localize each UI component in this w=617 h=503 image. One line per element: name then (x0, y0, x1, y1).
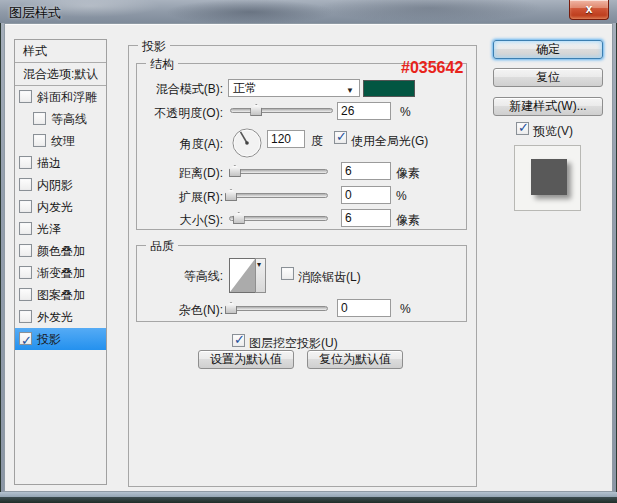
sidebar-item-label: 内发光 (37, 196, 73, 218)
opacity-label: 不透明度(O): (133, 105, 223, 122)
sidebar-item-checkbox[interactable] (19, 156, 32, 169)
sidebar-item-checkbox[interactable] (33, 112, 46, 125)
contour-label: 等高线: (133, 268, 223, 285)
sidebar-item-blending-options[interactable]: 混合选项:默认 (15, 63, 106, 86)
shadow-color-swatch[interactable] (363, 80, 415, 97)
window-border-bottom-dark (0, 497, 617, 503)
preview-checkbox[interactable] (516, 122, 529, 135)
sidebar-item-label: 内阴影 (37, 174, 73, 196)
reset-default-button[interactable]: 复位为默认值 (307, 350, 403, 369)
distance-label: 距离(D): (133, 165, 223, 182)
size-unit: 像素 (396, 212, 420, 229)
close-icon[interactable]: x (569, 0, 609, 20)
styles-sidebar: 样式 混合选项:默认 斜面和浮雕等高线纹理描边内阴影内发光光泽颜色叠加渐变叠加图… (14, 39, 107, 485)
noise-unit: % (400, 302, 411, 316)
anti-alias-label: 消除锯齿(L) (298, 269, 361, 286)
size-label: 大小(S): (133, 212, 223, 229)
noise-field[interactable]: 0 (337, 299, 391, 317)
opacity-field[interactable]: 26 (337, 102, 391, 120)
sidebar-item-2[interactable]: 纹理 (15, 130, 106, 152)
layer-style-dialog: 图层样式 x 样式 混合选项:默认 斜面和浮雕等高线纹理描边内阴影内发光光泽颜色… (0, 0, 617, 503)
sidebar-item-styles[interactable]: 样式 (15, 40, 106, 63)
sidebar-item-label: 渐变叠加 (37, 262, 85, 284)
sidebar-item-3[interactable]: 描边 (15, 152, 106, 174)
titlebar[interactable]: 图层样式 x (0, 0, 617, 23)
color-hex-annotation: #035642 (401, 59, 463, 77)
sidebar-item-label: 外发光 (37, 306, 73, 328)
sidebar-item-checkbox[interactable] (19, 178, 32, 191)
opacity-unit: % (400, 105, 411, 119)
sidebar-item-label: 图案叠加 (37, 284, 85, 306)
chevron-down-icon: ▼ (346, 84, 354, 98)
preview-shadow-square (531, 159, 567, 195)
spread-field[interactable]: 0 (341, 186, 391, 204)
sidebar-item-label: 投影 (37, 328, 61, 350)
sidebar-item-label: 颜色叠加 (37, 240, 85, 262)
sidebar-item-1[interactable]: 等高线 (15, 108, 106, 130)
contour-picker-arrow[interactable] (255, 258, 266, 293)
size-field[interactable]: 6 (341, 209, 391, 227)
sidebar-item-label: 等高线 (51, 108, 87, 130)
style-preview-thumbnail (514, 145, 581, 211)
distance-unit: 像素 (396, 165, 420, 182)
sidebar-item-0[interactable]: 斜面和浮雕 (15, 86, 106, 108)
size-slider[interactable] (229, 216, 328, 221)
sidebar-item-5[interactable]: 内发光 (15, 196, 106, 218)
blend-mode-select[interactable]: 正常 ▼ (228, 79, 360, 97)
sidebar-item-9[interactable]: 图案叠加 (15, 284, 106, 306)
sidebar-item-8[interactable]: 渐变叠加 (15, 262, 106, 284)
sidebar-item-checkbox[interactable] (19, 200, 32, 213)
angle-field[interactable]: 120 (267, 130, 305, 148)
make-default-button[interactable]: 设置为默认值 (198, 350, 294, 369)
sidebar-item-checkbox[interactable] (19, 266, 32, 279)
blend-mode-label: 混合模式(B): (133, 81, 223, 98)
distance-field[interactable]: 6 (341, 162, 391, 180)
sidebar-item-11[interactable]: 投影 (15, 328, 106, 350)
angle-dial[interactable] (231, 127, 263, 159)
spread-label: 扩展(R): (133, 189, 223, 206)
quality-group-title: 品质 (146, 238, 178, 255)
spread-slider[interactable] (229, 193, 328, 198)
sidebar-item-label: 描边 (37, 152, 61, 174)
sidebar-item-10[interactable]: 外发光 (15, 306, 106, 328)
global-light-checkbox[interactable] (334, 131, 347, 144)
window-title: 图层样式 (9, 4, 61, 22)
sidebar-item-checkbox[interactable] (19, 332, 32, 345)
noise-slider[interactable] (229, 306, 328, 311)
angle-label: 角度(A): (133, 136, 223, 153)
ok-button[interactable]: 确定 (493, 40, 603, 59)
sidebar-item-7[interactable]: 颜色叠加 (15, 240, 106, 262)
distance-slider[interactable] (229, 169, 328, 174)
knockout-checkbox[interactable] (232, 334, 245, 347)
noise-label: 杂色(N): (133, 302, 223, 319)
sidebar-item-4[interactable]: 内阴影 (15, 174, 106, 196)
sidebar-item-6[interactable]: 光泽 (15, 218, 106, 240)
reset-button[interactable]: 复位 (493, 68, 603, 87)
sidebar-item-checkbox[interactable] (19, 244, 32, 257)
sidebar-item-label: 纹理 (51, 130, 75, 152)
blend-mode-value: 正常 (233, 81, 257, 95)
opacity-slider[interactable] (230, 108, 333, 113)
sidebar-item-checkbox[interactable] (19, 288, 32, 301)
structure-group-title: 结构 (146, 56, 178, 73)
preview-label: 预览(V) (533, 123, 573, 140)
sidebar-item-label: 斜面和浮雕 (37, 86, 97, 108)
angle-unit: 度 (311, 133, 323, 150)
sidebar-item-checkbox[interactable] (19, 222, 32, 235)
new-style-button[interactable]: 新建样式(W)... (493, 97, 603, 116)
global-light-label: 使用全局光(G) (351, 133, 428, 150)
sidebar-item-checkbox[interactable] (19, 90, 32, 103)
spread-unit: % (396, 189, 407, 203)
sidebar-item-label: 光泽 (37, 218, 61, 240)
anti-alias-checkbox[interactable] (281, 267, 294, 280)
sidebar-item-checkbox[interactable] (19, 310, 32, 323)
drop-shadow-group-title: 投影 (138, 38, 170, 55)
contour-thumbnail[interactable] (229, 258, 256, 293)
sidebar-effect-list: 斜面和浮雕等高线纹理描边内阴影内发光光泽颜色叠加渐变叠加图案叠加外发光投影 (15, 86, 106, 350)
sidebar-item-checkbox[interactable] (33, 134, 46, 147)
